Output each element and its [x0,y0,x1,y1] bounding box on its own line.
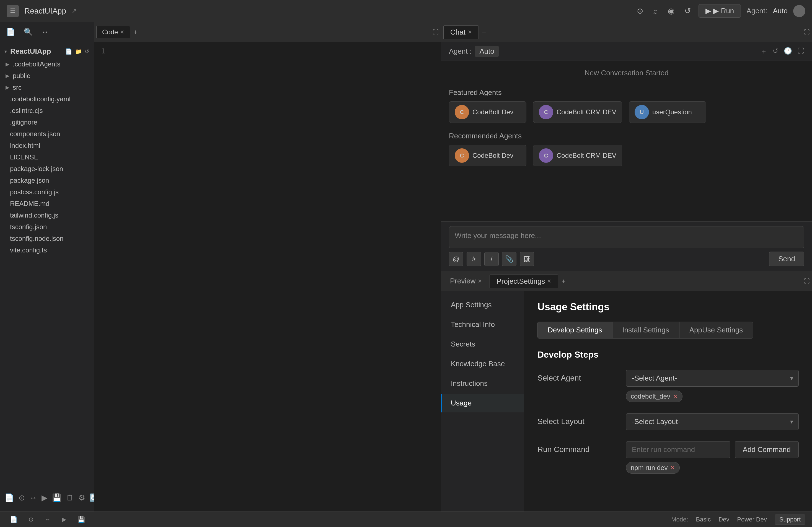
attach-button[interactable]: 📎 [502,252,517,266]
add-command-button[interactable]: Add Command [735,441,799,458]
tab-preview[interactable]: Preview ✕ [444,274,489,288]
new-folder-icon[interactable]: 📁 [75,48,82,55]
sub-tab-appuse[interactable]: AppUse Settings [679,322,753,338]
run-button[interactable]: ▶ ▶ Run [698,4,741,18]
sidebar-search-icon[interactable]: 🔍 [22,26,34,38]
nav-instructions[interactable]: Instructions [441,374,524,393]
add-chat-tab-icon[interactable]: + [480,27,488,37]
sidebar-files-icon[interactable]: 📄 [4,26,17,38]
refresh-icon[interactable]: ↺ [682,5,693,17]
app-title: ReactUIApp [24,6,66,15]
sb-icon-1[interactable]: 📄 [2,491,16,504]
run-command-tag-remove[interactable]: ✕ [670,465,675,471]
sidebar-tabs: 📄 🔍 ↔ [0,22,94,42]
tab-preview-close-icon[interactable]: ✕ [478,278,482,284]
status-run-icon[interactable]: ▶ [58,515,70,524]
eye-icon[interactable]: ◉ [666,5,677,17]
new-conversation-label: New Conversation Started [449,69,804,77]
agent-card-user-question[interactable]: U userQuestion [629,101,706,123]
sub-tab-install[interactable]: Install Settings [612,322,679,338]
status-file-icon[interactable]: 📄 [6,515,21,524]
tree-item[interactable]: package-lock.json [0,163,94,175]
support-button[interactable]: Support [774,515,806,525]
nav-knowledge-base[interactable]: Knowledge Base [441,355,524,373]
nav-app-settings[interactable]: App Settings [441,296,524,314]
search-icon[interactable]: ⌕ [651,5,660,17]
refresh-tree-icon[interactable]: ↺ [85,48,89,55]
hash-button[interactable]: # [467,252,481,266]
tab-project-close-icon[interactable]: ✕ [547,278,551,284]
sb-icon-6[interactable]: 🗒 [64,491,76,504]
tree-item[interactable]: .gitignore [0,116,94,128]
tree-item[interactable]: components.json [0,128,94,140]
app-menu-icon[interactable]: ☰ [6,5,19,17]
tree-item[interactable]: ▶ src [0,82,94,93]
add-editor-tab-icon[interactable]: + [131,27,140,37]
mode-basic[interactable]: Basic [693,515,714,524]
tab-code-close-icon[interactable]: ✕ [120,29,124,35]
new-file-icon[interactable]: 📄 [65,48,72,55]
chat-add-icon[interactable]: ＋ [760,47,767,56]
tab-chat-close-icon[interactable]: ✕ [468,29,472,35]
send-button[interactable]: Send [769,252,804,266]
sb-icon-4[interactable]: ▶ [39,491,50,504]
tab-chat[interactable]: Chat ✕ [444,26,479,39]
tree-item[interactable]: .eslintrc.cjs [0,105,94,116]
mention-button[interactable]: @ [449,252,463,266]
slash-button[interactable]: / [484,252,499,266]
agent-tag-remove[interactable]: ✕ [673,393,678,400]
sb-icon-3[interactable]: ↔ [27,491,39,504]
sb-icon-5[interactable]: 💾 [50,491,64,504]
agent-card-codebolt-crm[interactable]: C CodeBolt CRM DEV [533,101,622,123]
run-command-input[interactable] [626,441,730,458]
tree-item[interactable]: LICENSE [0,152,94,163]
status-debug-icon[interactable]: ⊙ [25,515,37,524]
sub-tab-develop[interactable]: Develop Settings [538,322,612,338]
user-avatar[interactable] [793,5,806,17]
tab-code[interactable]: Code ✕ [96,26,130,38]
tree-item[interactable]: tailwind.config.js [0,210,94,221]
chat-fullscreen-icon[interactable]: ⛶ [804,29,810,36]
open-external-icon[interactable]: ↗ [72,8,77,15]
nav-usage[interactable]: Usage [441,394,524,412]
tab-project-settings[interactable]: ProjectSettings ✕ [490,274,558,288]
main-layout: 📄 🔍 ↔ ▾ ReactUIApp 📄 📁 ↺ ▶ .codeboltAgen… [0,22,812,512]
editor-fullscreen-icon[interactable]: ⛶ [433,29,439,36]
image-button[interactable]: 🖼 [520,252,534,266]
tree-item[interactable]: tsconfig.node.json [0,233,94,244]
agent-avatar: U [635,105,649,119]
agent-card-rec-codebolt-dev[interactable]: C CodeBolt Dev [449,145,526,166]
tree-item[interactable]: tsconfig.json [0,221,94,233]
tree-item[interactable]: ▶ .codeboltAgents [0,58,94,70]
tree-item[interactable]: README.md [0,198,94,210]
mode-power-dev[interactable]: Power Dev [734,515,770,524]
tree-item[interactable]: .codeboltconfig.yaml [0,93,94,105]
nav-technical-info[interactable]: Technical Info [441,315,524,334]
agent-card-codebolt-dev[interactable]: C CodeBolt Dev [449,101,526,123]
chat-agent-value[interactable]: Auto [475,46,499,57]
tree-item[interactable]: postcss.config.js [0,186,94,198]
tree-item[interactable]: vite.config.ts [0,244,94,256]
agent-card-rec-codebolt-crm[interactable]: C CodeBolt CRM DEV [533,145,622,166]
tree-item[interactable]: package.json [0,175,94,186]
sb-icon-2[interactable]: ⊙ [16,491,27,504]
mode-dev[interactable]: Dev [715,515,733,524]
nav-secrets[interactable]: Secrets [441,335,524,354]
settings-fullscreen-icon[interactable]: ⛶ [804,277,810,285]
chat-history-icon[interactable]: 🕐 [784,47,792,56]
select-agent-dropdown[interactable]: -Select Agent- [626,370,799,387]
tree-item[interactable]: ▶ public [0,70,94,82]
editor-content[interactable]: 1 [94,42,441,512]
select-layout-dropdown[interactable]: -Select Layout- [626,413,799,430]
tree-root[interactable]: ▾ ReactUIApp 📄 📁 ↺ [0,44,94,58]
debug-icon[interactable]: ⊙ [635,5,646,17]
sb-icon-7[interactable]: ⚙ [76,491,87,504]
status-save-icon[interactable]: 💾 [74,515,88,524]
tree-item[interactable]: index.html [0,140,94,152]
chat-settings-icon[interactable]: ⛶ [798,47,804,56]
add-settings-tab-icon[interactable]: + [559,276,568,286]
sidebar-git-icon[interactable]: ↔ [40,26,50,38]
chat-reset-icon[interactable]: ↺ [773,47,778,56]
chat-input[interactable]: Write your message here... [449,226,804,248]
status-git-icon[interactable]: ↔ [41,515,54,524]
